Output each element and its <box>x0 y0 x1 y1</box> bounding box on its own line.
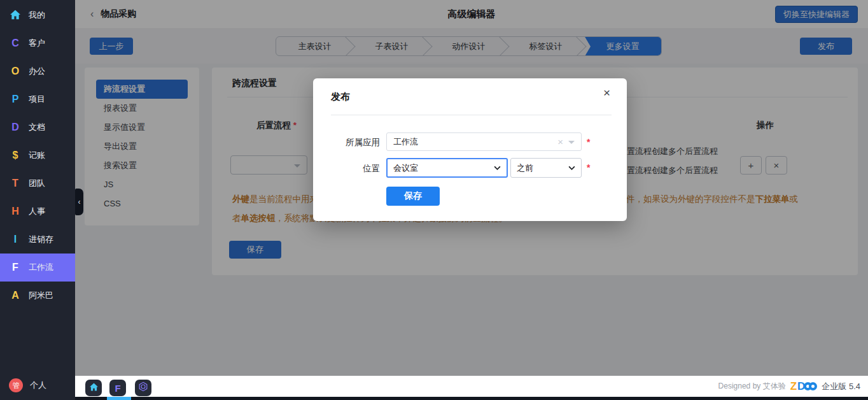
active-task-indicator <box>107 397 131 400</box>
hexagon-app-icon <box>138 382 148 394</box>
sidebar-item-personal[interactable]: 管 个人 <box>9 378 46 392</box>
divider <box>331 115 612 115</box>
home-icon <box>89 382 99 394</box>
designed-by-text: Designed by 艾体验 <box>718 381 786 392</box>
letter-d-icon: D <box>9 122 22 132</box>
sidebar-nav: 我的 C 客户 O 办公 P 项目 D 文档 $ 记账 <box>0 0 75 310</box>
letter-i-icon: I <box>9 234 22 245</box>
position-select[interactable]: 会议室 <box>386 158 508 178</box>
taskbar-workflow-button[interactable]: F <box>109 380 126 396</box>
required-mark: * <box>587 162 590 173</box>
sidebar-item-office[interactable]: O 办公 <box>0 57 75 85</box>
clear-icon[interactable]: × <box>557 137 563 146</box>
position-field-label: 位置 <box>313 163 380 175</box>
sidebar-item-label: 项目 <box>29 94 45 105</box>
sidebar-item-project[interactable]: P 项目 <box>0 85 75 113</box>
home-icon <box>9 10 22 22</box>
sidebar-item-label: 团队 <box>29 178 45 189</box>
letter-p-icon: P <box>9 94 22 104</box>
sidebar-item-label: 阿米巴 <box>29 290 53 301</box>
taskbar-apps-button[interactable] <box>135 380 151 396</box>
chevron-down-icon <box>568 166 575 170</box>
required-mark: * <box>587 137 590 147</box>
sidebar: 我的 C 客户 O 办公 P 项目 D 文档 $ 记账 <box>0 0 75 400</box>
logo-circle-icon <box>809 382 817 390</box>
sidebar-item-hr[interactable]: H 人事 <box>0 197 75 225</box>
close-icon[interactable]: × <box>603 87 610 99</box>
chevron-down-icon <box>494 166 501 170</box>
sidebar-item-amoeba[interactable]: A 阿米巴 <box>0 282 75 310</box>
letter-h-icon: H <box>9 206 22 217</box>
modal-save-button[interactable]: 保存 <box>386 187 440 206</box>
app-field-label: 所属应用 <box>313 137 380 148</box>
letter-t-icon: T <box>9 178 22 189</box>
personal-label: 个人 <box>30 380 46 391</box>
sidebar-item-label: 办公 <box>29 66 45 77</box>
sidebar-item-doc[interactable]: D 文档 <box>0 113 75 141</box>
sidebar-item-label: 文档 <box>29 122 45 133</box>
taskbar-home-button[interactable] <box>85 380 102 396</box>
avatar: 管 <box>9 378 23 392</box>
footer-credits: Designed by 艾体验 ZD 企业版 5.4 <box>718 376 860 397</box>
dollar-icon: $ <box>9 150 22 161</box>
publish-modal: 发布 × 所属应用 工作流 × * 位置 会议室 之前 * 保存 <box>313 78 627 221</box>
order-select-value: 之前 <box>517 162 533 174</box>
taskbar: F Designed by 艾体验 ZD 企业版 5.4 <box>75 376 868 400</box>
sidebar-item-inventory[interactable]: I 进销存 <box>0 225 75 254</box>
zdoo-logo: ZD <box>790 381 818 392</box>
sidebar-item-label: 我的 <box>29 10 45 21</box>
modal-title: 发布 <box>331 91 350 103</box>
edition-label: 企业版 5.4 <box>822 381 860 392</box>
sidebar-item-workflow[interactable]: F 工作流 <box>0 254 75 282</box>
letter-f-icon: F <box>115 383 120 394</box>
letter-f-icon: F <box>9 262 22 273</box>
sidebar-item-label: 进销存 <box>29 234 53 245</box>
letter-a-icon: A <box>9 290 22 301</box>
sidebar-item-accounting[interactable]: $ 记账 <box>0 141 75 169</box>
sidebar-item-team[interactable]: T 团队 <box>0 169 75 197</box>
caret-down-icon <box>568 141 575 144</box>
sidebar-item-label: 人事 <box>29 206 45 217</box>
sidebar-item-my[interactable]: 我的 <box>0 1 75 29</box>
app-select-value: 工作流 <box>393 136 418 148</box>
sidebar-item-customer[interactable]: C 客户 <box>0 29 75 57</box>
sidebar-item-label: 记账 <box>29 150 45 161</box>
order-select[interactable]: 之前 <box>510 158 582 178</box>
chevron-left-icon: ‹ <box>78 197 81 206</box>
sidebar-collapse-toggle[interactable]: ‹ <box>75 189 83 215</box>
position-select-value: 会议室 <box>393 162 418 174</box>
sidebar-item-label: 客户 <box>29 38 45 49</box>
app-root: 我的 C 客户 O 办公 P 项目 D 文档 $ 记账 <box>0 0 868 400</box>
letter-c-icon: C <box>9 38 22 48</box>
letter-o-icon: O <box>9 66 22 76</box>
taskbar-bottom-strip <box>75 397 868 400</box>
app-select[interactable]: 工作流 × <box>386 132 582 151</box>
sidebar-item-label: 工作流 <box>29 262 53 273</box>
